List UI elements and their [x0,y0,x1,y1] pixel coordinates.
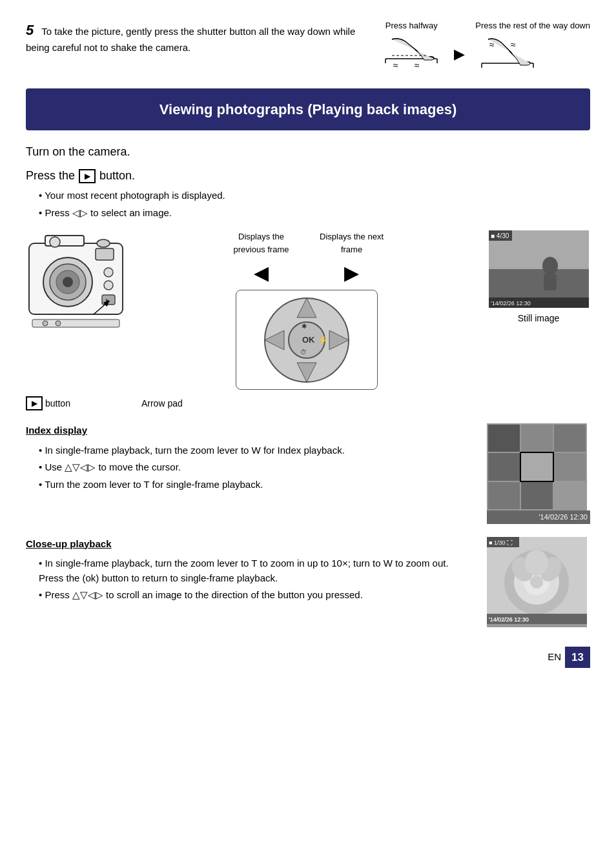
svg-point-20 [104,268,113,277]
prev-frame-label: Displays the previous frame [223,230,300,256]
svg-text:≈: ≈ [511,39,516,50]
bullets1-list: Your most recent photograph is displayed… [39,188,590,220]
prev-arrow: ◀ [254,258,269,287]
svg-text:■ 1/30 ⛶: ■ 1/30 ⛶ [489,540,513,546]
section-header-title: Viewing photographs (Playing back images… [159,101,457,117]
closeup-bullets: In single-frame playback, turn the zoom … [39,556,474,603]
bullet1-item1: Your most recent photograph is displayed… [39,188,590,203]
closeup-bullet2: Press △▽◁▷ to scroll an image to the dir… [39,588,474,603]
svg-point-27 [56,321,61,326]
svg-text:OK: OK [302,335,315,345]
closeup-title: Close-up playback [26,537,474,552]
still-image-container: ■ 4/30 '14/02/26 12:30 Still image [487,230,590,325]
arrow-pad-box: OK ✱ ⚡ ⏱ [236,290,378,390]
svg-text:✱: ✱ [302,323,307,330]
press-halfway-svg: ≈ ≈ [379,36,444,72]
index-cell-2 [521,425,553,452]
step5-section: 5 To take the picture, gently press the … [26,19,590,76]
button-labels-row: ▶ button Arrow pad [26,396,590,410]
press-rest-svg: ≈ ≈ [475,36,540,72]
arrow-pad-label-text: Arrow pad [141,397,183,410]
index-cell-9 [554,482,586,509]
svg-text:≈: ≈ [489,39,495,50]
svg-text:■ 4/30: ■ 4/30 [491,232,509,239]
play-button-label-row: ▶ button [26,396,70,410]
svg-point-16 [63,277,73,287]
closeup-bullet1: In single-frame playback, turn the zoom … [39,556,474,585]
svg-point-47 [530,576,543,589]
play-button-text: button [45,397,70,410]
index-text: Index display In single-frame playback, … [26,423,474,502]
next-arrow: ▶ [344,258,359,287]
diagram-area: ▶ Displays the previous frame Displays t… [26,230,590,390]
en-label: EN [548,650,561,665]
svg-text:⏱: ⏱ [300,348,307,356]
press-halfway-label: Press halfway [379,19,444,32]
index-cell-1 [488,425,520,452]
step5-text-block: 5 To take the picture, gently press the … [26,19,366,56]
bullet1-item2: Press ◁▷ to select an image. [39,206,590,221]
section-header: Viewing photographs (Playing back images… [26,88,590,130]
index-timestamp: '14/02/26 12:30 [487,510,590,524]
svg-text:'14/02/26  12:30: '14/02/26 12:30 [489,616,529,623]
still-image: ■ 4/30 '14/02/26 12:30 [489,230,589,308]
svg-rect-17 [96,248,114,260]
press-halfway-diagram: Press halfway ≈ ≈ [379,19,444,76]
step5-body: To take the picture, gently press the sh… [26,26,355,53]
svg-point-37 [542,257,558,275]
page-number: 13 [565,647,590,669]
page-footer: EN 13 [26,647,590,669]
press-rest-label: Press the rest of the way down [475,19,590,32]
index-cell-7 [488,482,520,509]
closeup-text: Close-up playback In single-frame playba… [26,537,474,613]
step5-diagrams: Press halfway ≈ ≈ ▶ Press the rest of th… [379,19,590,76]
index-cell-5-selected [521,453,553,480]
next-frame-label: Displays the next frame [313,230,391,256]
svg-rect-38 [544,274,557,290]
svg-text:⚡: ⚡ [318,335,328,345]
svg-text:≈: ≈ [415,60,420,70]
svg-point-26 [43,321,48,326]
press-button-line: Press the ▶ button. [26,167,590,185]
turn-on-text: Turn on the camera. [26,143,590,161]
index-image-container: '14/02/26 12:30 [487,423,590,524]
index-image-grid [487,423,587,510]
closeup-image-container: ■ 1/30 ⛶ '14/02/26 12:30 '14/02/26 12:30 [487,537,590,627]
closeup-section: Close-up playback In single-frame playba… [26,537,590,627]
press-button-suffix: button. [99,167,135,185]
camera-body-svg: ▶ [26,230,126,343]
still-image-svg: ■ 4/30 '14/02/26 12:30 [489,230,589,308]
index-cell-3 [554,425,586,452]
svg-text:≈: ≈ [393,60,398,70]
step5-number: 5 [26,22,34,38]
svg-point-50 [525,550,548,576]
index-cell-6 [554,453,586,480]
play-button-icon: ▶ [79,169,96,183]
press-rest-diagram: Press the rest of the way down ≈ ≈ [475,19,590,76]
index-bullet3: Turn the zoom lever to T for single-fram… [39,478,474,492]
step5-arrow: ▶ [454,43,465,65]
index-cell-4 [488,453,520,480]
index-bullet1: In single-frame playback, turn the zoom … [39,443,474,458]
index-section: Index display In single-frame playback, … [26,423,590,524]
still-image-caption: Still image [518,312,560,325]
closeup-image-svg: ■ 1/30 ⛶ '14/02/26 12:30 '14/02/26 12:30 [487,537,587,624]
svg-text:'14/02/26 12:30: '14/02/26 12:30 [491,300,531,307]
svg-point-18 [97,239,110,247]
camera-diagram-box: ▶ [26,230,126,343]
index-cell-8 [521,482,553,509]
index-bullets: In single-frame playback, turn the zoom … [39,443,474,492]
arrow-pad-svg: OK ✱ ⚡ ⏱ [262,295,352,385]
svg-point-19 [50,237,60,247]
arrow-pad-container: Displays the previous frame Displays the… [136,230,477,390]
index-title: Index display [26,423,474,438]
svg-point-21 [104,281,113,290]
index-bullet2: Use △▽◁▷ to move the cursor. [39,460,474,475]
press-button-prefix: Press the [26,167,75,185]
closeup-image: ■ 1/30 ⛶ '14/02/26 12:30 '14/02/26 12:30 [487,537,587,627]
play-button-icon2: ▶ [26,396,43,410]
